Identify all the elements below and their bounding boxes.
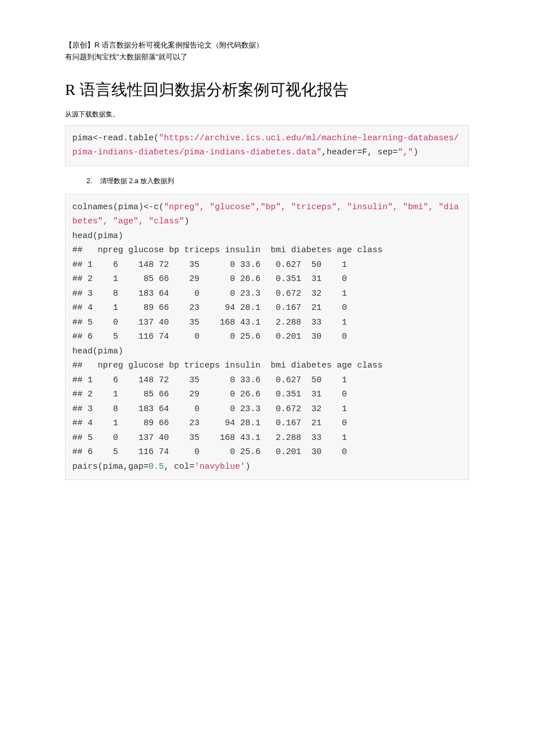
code-string: 'navyblue'	[194, 462, 245, 472]
output-row: ## 5 0 137 40 35 168 43.1 2.288 33 1	[72, 433, 347, 443]
output-header: ## npreg glucose bp triceps insulin bmi …	[72, 361, 383, 370]
list-number: 2.	[86, 177, 92, 185]
output-row: ## 2 1 85 66 29 0 26.6 0.351 31 0	[72, 274, 347, 284]
code-text: )	[245, 462, 250, 472]
page-title: R 语言线性回归数据分析案例可视化报告	[65, 79, 469, 101]
code-block-read-table: pima<-read.table("https://archive.ics.uc…	[65, 125, 469, 166]
output-row: ## 3 8 183 64 0 0 23.3 0.672 32 1	[72, 289, 347, 299]
output-row: ## 1 6 148 72 35 0 33.6 0.627 50 1	[72, 260, 347, 270]
code-string: ","	[398, 148, 413, 157]
header-line-1: 【原创】R 语言数据分析可视化案例报告论文（附代码数据）	[65, 40, 469, 51]
code-text: head(pima)	[72, 231, 123, 241]
document-page: 【原创】R 语言数据分析可视化案例报告论文（附代码数据） 有问题到淘宝找"大数据…	[0, 0, 534, 513]
code-number: 0.5	[149, 462, 164, 472]
header-meta: 【原创】R 语言数据分析可视化案例报告论文（附代码数据） 有问题到淘宝找"大数据…	[65, 40, 469, 63]
code-text: ,header=F, sep=	[322, 148, 398, 157]
output-row: ## 2 1 85 66 29 0 26.6 0.351 31 0	[72, 390, 347, 399]
output-row: ## 6 5 116 74 0 0 25.6 0.201 30 0	[72, 332, 347, 342]
output-row: ## 6 5 116 74 0 0 25.6 0.201 30 0	[72, 447, 347, 457]
output-row: ## 4 1 89 66 23 94 28.1 0.167 21 0	[72, 418, 347, 428]
header-line-2: 有问题到淘宝找"大数据部落"就可以了	[65, 51, 469, 63]
ordered-list-item: 2.清理数据 2.a 放入数据列	[86, 176, 469, 186]
code-text: , col=	[164, 462, 194, 472]
output-row: ## 4 1 89 66 23 94 28.1 0.167 21 0	[72, 303, 347, 313]
code-text: colnames(pima)<-c(	[72, 202, 164, 212]
output-row: ## 1 6 148 72 35 0 33.6 0.627 50 1	[72, 375, 347, 385]
code-text: pima<-read.table(	[72, 133, 159, 143]
output-row: ## 5 0 137 40 35 168 43.1 2.288 33 1	[72, 318, 347, 327]
code-text: head(pima)	[72, 347, 123, 356]
output-row: ## 3 8 183 64 0 0 23.3 0.672 32 1	[72, 404, 347, 414]
list-text: 清理数据 2.a 放入数据列	[100, 177, 174, 185]
code-text: )	[413, 148, 418, 157]
code-block-main: colnames(pima)<-c("npreg", "glucose","bp…	[65, 194, 469, 481]
code-text: )	[184, 217, 189, 226]
output-header: ## npreg glucose bp triceps insulin bmi …	[72, 245, 383, 255]
intro-text: 从源下载数据集。	[65, 110, 469, 119]
code-text: pairs(pima,gap=	[72, 462, 149, 472]
